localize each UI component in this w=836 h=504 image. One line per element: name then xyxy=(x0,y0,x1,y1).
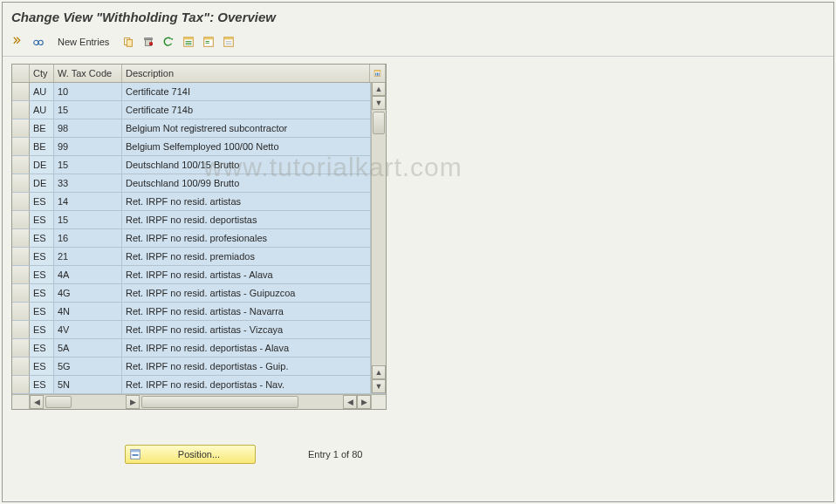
row-selector[interactable] xyxy=(12,193,30,210)
hscroll-left2-button[interactable]: ◀ xyxy=(343,395,357,409)
cell-code[interactable]: 5A xyxy=(54,339,122,357)
cell-cty[interactable]: ES xyxy=(30,248,54,265)
select-all-button[interactable] xyxy=(180,33,197,51)
scroll-up2-button[interactable]: ▲ xyxy=(372,365,386,379)
row-selector[interactable] xyxy=(12,174,30,192)
select-block-button[interactable] xyxy=(200,33,217,51)
scroll-down-step-button[interactable]: ▼ xyxy=(372,96,386,110)
row-selector[interactable] xyxy=(12,266,30,283)
row-selector[interactable] xyxy=(12,321,30,338)
cell-code[interactable]: 98 xyxy=(54,119,122,137)
cell-cty[interactable]: ES xyxy=(30,358,54,375)
hscroll-right2-button[interactable]: ▶ xyxy=(357,395,371,409)
cell-code[interactable]: 99 xyxy=(54,138,122,155)
row-selector[interactable] xyxy=(12,138,30,155)
horizontal-scrollbar[interactable]: ◀ ▶ ◀ ▶ xyxy=(12,394,386,409)
cell-code[interactable]: 33 xyxy=(54,174,122,192)
cell-cty[interactable]: ES xyxy=(30,339,54,357)
hscroll-track-left[interactable] xyxy=(44,395,126,409)
header-cty[interactable]: Cty xyxy=(30,65,54,82)
row-selector[interactable] xyxy=(12,211,30,228)
cell-code[interactable]: 4G xyxy=(54,284,122,302)
cell-code[interactable]: 10 xyxy=(54,83,122,100)
row-selector[interactable] xyxy=(12,83,30,100)
cell-desc[interactable]: Ret. IRPF no resid. deportistas - Alava xyxy=(122,339,371,357)
cell-desc[interactable]: Ret. IRPF no resid. artistas - Navarra xyxy=(122,303,371,320)
header-select-all[interactable] xyxy=(12,65,30,82)
row-selector[interactable] xyxy=(12,119,30,137)
cell-desc[interactable]: Ret. IRPF no resid. profesionales xyxy=(122,229,371,247)
expand-tree-button[interactable] xyxy=(10,33,27,51)
cell-cty[interactable]: ES xyxy=(30,376,54,393)
vertical-scrollbar[interactable]: ▲ ▼ ▲ ▼ xyxy=(371,82,386,393)
row-selector[interactable] xyxy=(12,284,30,302)
row-selector[interactable] xyxy=(12,358,30,375)
cell-code[interactable]: 21 xyxy=(54,248,122,265)
cell-code[interactable]: 15 xyxy=(54,101,122,119)
cell-cty[interactable]: ES xyxy=(30,321,54,338)
cell-desc[interactable]: Belgium Not registrered subcontractor xyxy=(122,119,371,137)
row-selector[interactable] xyxy=(12,229,30,247)
scroll-down-button[interactable]: ▼ xyxy=(372,379,386,393)
row-selector[interactable] xyxy=(12,376,30,393)
cell-desc[interactable]: Deutschland 100/15 Brutto xyxy=(122,156,371,174)
cell-cty[interactable]: BE xyxy=(30,119,54,137)
position-label: Position... xyxy=(147,449,251,460)
cell-cty[interactable]: DE xyxy=(30,156,54,174)
header-config-button[interactable] xyxy=(370,65,386,82)
row-selector[interactable] xyxy=(12,248,30,265)
cell-cty[interactable]: ES xyxy=(30,303,54,320)
cell-code[interactable]: 16 xyxy=(54,229,122,247)
cell-code[interactable]: 4A xyxy=(54,266,122,283)
cell-code[interactable]: 5G xyxy=(54,358,122,375)
cell-desc[interactable]: Certificate 714I xyxy=(122,83,371,100)
scroll-thumb[interactable] xyxy=(373,112,385,134)
cell-desc[interactable]: Ret. IRPF no resid. artistas - Vizcaya xyxy=(122,321,371,338)
cell-desc[interactable]: Ret. IRPF no resid. artistas - Alava xyxy=(122,266,371,283)
cell-cty[interactable]: AU xyxy=(30,101,54,119)
header-code[interactable]: W. Tax Code xyxy=(54,65,122,82)
cell-desc[interactable]: Ret. IRPF no resid. artistas - Guipuzcoa xyxy=(122,284,371,302)
header-desc[interactable]: Description xyxy=(122,65,370,82)
cell-code[interactable]: 15 xyxy=(54,211,122,228)
cell-code[interactable]: 4N xyxy=(54,303,122,320)
hscroll-right-button[interactable]: ▶ xyxy=(126,395,140,409)
cell-desc[interactable]: Belgium Selfemployed 100/00 Netto xyxy=(122,138,371,155)
cell-cty[interactable]: ES xyxy=(30,193,54,210)
glasses-button[interactable] xyxy=(30,33,47,51)
deselect-all-button[interactable] xyxy=(220,33,237,51)
cell-code[interactable]: 4V xyxy=(54,321,122,338)
cell-code[interactable]: 5N xyxy=(54,376,122,393)
hscroll-thumb-right[interactable] xyxy=(141,396,298,408)
row-selector[interactable] xyxy=(12,303,30,320)
row-selector[interactable] xyxy=(12,339,30,357)
undo-button[interactable] xyxy=(160,33,177,51)
cell-desc[interactable]: Certificate 714b xyxy=(122,101,371,119)
row-selector[interactable] xyxy=(12,156,30,174)
cell-desc[interactable]: Deutschland 100/99 Brutto xyxy=(122,174,371,192)
scroll-track[interactable] xyxy=(372,110,386,365)
hscroll-left-button[interactable]: ◀ xyxy=(30,395,44,409)
cell-cty[interactable]: ES xyxy=(30,211,54,228)
cell-cty[interactable]: BE xyxy=(30,138,54,155)
delete-button[interactable] xyxy=(140,33,157,51)
hscroll-track-right[interactable] xyxy=(140,395,343,409)
cell-desc[interactable]: Ret. IRPF no resid. artistas xyxy=(122,193,371,210)
cell-cty[interactable]: ES xyxy=(30,266,54,283)
hscroll-thumb-left[interactable] xyxy=(45,396,72,408)
cell-code[interactable]: 14 xyxy=(54,193,122,210)
cell-desc[interactable]: Ret. IRPF no resid. premiados xyxy=(122,248,371,265)
cell-desc[interactable]: Ret. IRPF no resid. deportistas xyxy=(122,211,371,228)
position-button[interactable]: Position... xyxy=(125,445,256,464)
row-selector[interactable] xyxy=(12,101,30,119)
new-entries-button[interactable]: New Entries xyxy=(50,33,117,51)
cell-code[interactable]: 15 xyxy=(54,156,122,174)
cell-cty[interactable]: ES xyxy=(30,284,54,302)
cell-desc[interactable]: Ret. IRPF no resid. deportistas - Guip. xyxy=(122,358,371,375)
cell-cty[interactable]: AU xyxy=(30,83,54,100)
scroll-up-button[interactable]: ▲ xyxy=(372,82,386,96)
cell-cty[interactable]: ES xyxy=(30,229,54,247)
cell-cty[interactable]: DE xyxy=(30,174,54,192)
cell-desc[interactable]: Ret. IRPF no resid. deportistas - Nav. xyxy=(122,376,371,393)
copy-button[interactable] xyxy=(120,33,137,51)
